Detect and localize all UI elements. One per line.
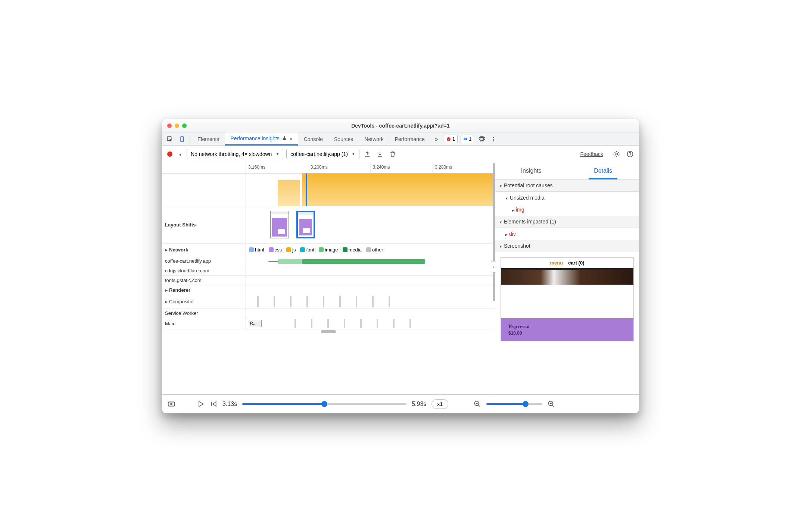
throttle-dropdown[interactable]: No network throttling, 4× slowdown▼: [187, 149, 283, 159]
layout-shifts-label: Layout Shifts: [162, 206, 246, 243]
svg-point-6: [493, 140, 494, 141]
experiment-icon: [282, 136, 287, 141]
titlebar: DevTools - coffee-cart.netlify.app/?ad=1: [162, 119, 639, 132]
service-worker-row: Service Worker: [162, 309, 495, 318]
tab-network[interactable]: Network: [359, 132, 389, 145]
layout-shift-thumb[interactable]: [270, 211, 289, 238]
ruler-tick: 3,280ms: [433, 162, 495, 173]
record-button[interactable]: [167, 151, 172, 157]
playback-speed[interactable]: x1: [431, 399, 448, 409]
settings-icon[interactable]: [611, 149, 622, 159]
screenshot-preview: menucart (0) Espresso $10.00: [495, 252, 639, 394]
tab-sources[interactable]: Sources: [329, 132, 358, 145]
device-toggle-icon[interactable]: [176, 132, 187, 145]
devtools-window: DevTools - coffee-cart.netlify.app/?ad=1…: [162, 119, 639, 413]
details-tabs: Insights Details: [495, 162, 639, 179]
layout-shifts-row: Layout Shifts: [162, 206, 495, 244]
main-thread-row: Main R...: [162, 318, 495, 329]
zoom-in-icon[interactable]: [548, 400, 555, 408]
ss-product-price: $10.00: [508, 331, 626, 336]
tab-performance-insights[interactable]: Performance insights ×: [225, 132, 297, 145]
timeline-body: Layout Shifts ▶Network html css js font …: [162, 173, 495, 394]
main-activity-row: [162, 173, 495, 206]
network-header-row: ▶Network html css js font image media ot…: [162, 244, 495, 256]
layout-shift-thumb-selected[interactable]: [296, 211, 315, 238]
ss-product-card: Espresso $10.00: [501, 318, 633, 341]
svg-point-10: [171, 403, 172, 405]
ss-cart-link: cart (0): [568, 260, 584, 266]
ss-menu-link: menu: [550, 260, 563, 266]
tab-console[interactable]: Console: [299, 132, 328, 145]
activity-block[interactable]: [302, 173, 495, 206]
svg-point-4: [493, 137, 494, 138]
play-icon[interactable]: [197, 400, 205, 408]
section-elements-impacted[interactable]: ▼Elements impacted (1): [495, 216, 639, 228]
close-tab-icon[interactable]: ×: [289, 135, 293, 142]
svg-point-7: [616, 153, 618, 155]
svg-rect-9: [168, 402, 175, 406]
details-pane: › Insights Details ▼Potential root cause…: [495, 162, 639, 394]
feedback-link[interactable]: Feedback: [580, 151, 603, 157]
export-icon[interactable]: [362, 149, 372, 159]
zoom-slider[interactable]: [486, 403, 542, 405]
inspect-icon[interactable]: [164, 132, 175, 145]
section-unsized-media[interactable]: ▼Unsized media: [495, 192, 639, 204]
network-host-row[interactable]: cdnjs.cloudflare.com: [162, 266, 495, 276]
import-icon[interactable]: [375, 149, 385, 159]
preview-icon[interactable]: [167, 400, 175, 408]
section-root-causes[interactable]: ▼Potential root causes: [495, 179, 639, 192]
skip-start-icon[interactable]: [210, 400, 217, 408]
net-request[interactable]: [302, 259, 425, 264]
timeline-pane: 3,160ms 3,200ms 3,240ms 3,280ms Layout S…: [162, 162, 495, 394]
network-host-row[interactable]: coffee-cart.netlify.app: [162, 256, 495, 266]
ruler-tick: 3,200ms: [308, 162, 371, 173]
renderer-label[interactable]: ▶Renderer: [162, 285, 246, 295]
playback-slider[interactable]: [242, 403, 406, 405]
ss-hero-image: [501, 270, 633, 285]
element-div[interactable]: ▶div: [495, 228, 639, 240]
svg-rect-1: [181, 137, 184, 142]
tab-details[interactable]: Details: [567, 162, 639, 179]
time-ruler: 3,160ms 3,200ms 3,240ms 3,280ms: [162, 162, 495, 173]
renderer-header-row: ▶Renderer: [162, 285, 495, 295]
network-legend: html css js font image media other: [246, 244, 495, 256]
panel-tabs: Elements Performance insights × Console …: [162, 132, 639, 146]
error-badge[interactable]: 1: [444, 135, 458, 143]
playback-end-time: 5.93s: [412, 401, 426, 407]
ruler-tick: 3,160ms: [246, 162, 308, 173]
element-img[interactable]: ▶img: [495, 204, 639, 216]
net-request[interactable]: [278, 259, 302, 264]
playback-start-time: 3.13s: [222, 401, 237, 407]
insights-toolbar: ▼ No network throttling, 4× slowdown▼ co…: [162, 146, 639, 162]
collapse-details-icon[interactable]: ›: [491, 261, 496, 272]
help-icon[interactable]: [625, 149, 635, 159]
svg-point-5: [493, 138, 494, 140]
h-scrollbar[interactable]: [321, 330, 336, 333]
ruler-tick: 3,240ms: [371, 162, 433, 173]
tab-insights[interactable]: Insights: [495, 162, 567, 179]
more-tabs-icon[interactable]: »: [431, 132, 442, 145]
tab-elements[interactable]: Elements: [192, 132, 224, 145]
zoom-out-icon[interactable]: [474, 400, 481, 408]
delete-icon[interactable]: [388, 149, 398, 159]
main-area: 3,160ms 3,200ms 3,240ms 3,280ms Layout S…: [162, 162, 639, 394]
kebab-icon[interactable]: [488, 132, 499, 145]
record-options-dropdown[interactable]: ▼: [177, 149, 184, 159]
ss-product-name: Espresso: [508, 323, 626, 330]
compositor-row: ▶Compositor: [162, 295, 495, 309]
playback-footer: 3.13s 5.93s x1: [162, 394, 639, 413]
network-host-row[interactable]: fonts.gstatic.com: [162, 276, 495, 285]
network-label[interactable]: ▶Network: [162, 244, 246, 256]
issues-badge[interactable]: 1: [461, 135, 474, 143]
playhead[interactable]: [306, 173, 307, 206]
site-dropdown[interactable]: coffee-cart.netlify.app (1)▼: [286, 149, 359, 159]
gear-icon[interactable]: [476, 132, 487, 145]
window-title: DevTools - coffee-cart.netlify.app/?ad=1: [162, 123, 639, 129]
activity-block[interactable]: [278, 180, 300, 206]
section-screenshot[interactable]: ▼Screenshot: [495, 240, 639, 252]
tab-performance[interactable]: Performance: [390, 132, 430, 145]
